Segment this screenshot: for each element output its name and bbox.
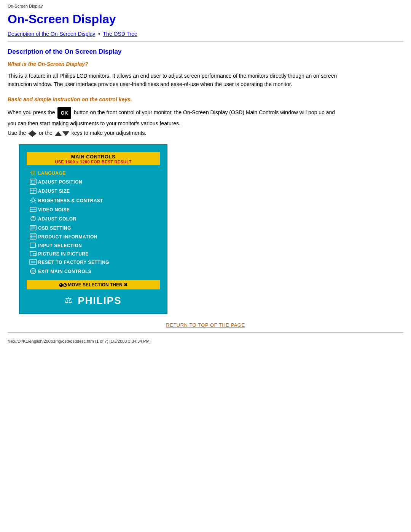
osd-item-product-info: PRODUCT INFORMATION: [27, 233, 160, 241]
svg-point-5: [32, 199, 35, 202]
subtitle-1: What is the On-Screen Display?: [8, 61, 403, 67]
osd-icon-input-selection: [28, 243, 38, 249]
osd-footer: ◕◔ MOVE SELECTION THEN ✖: [27, 280, 160, 289]
svg-line-11: [35, 202, 35, 202]
osd-item-video-noise: VIDEO NOISE: [27, 206, 160, 214]
separator-2: [8, 332, 403, 333]
osd-label-adjust-size: ADJUST SIZE: [38, 189, 70, 194]
svg-rect-18: [31, 226, 35, 229]
separator-1: [8, 42, 403, 42]
osd-brand: ⚖ PHILIPS: [27, 295, 160, 307]
instr-part5: keys to make your adjustments.: [72, 130, 147, 136]
osd-item-reset: RESET TO FACTORY SETTING: [27, 259, 160, 267]
subtitle-2: Basic and simple instruction on the cont…: [8, 96, 403, 102]
osd-icon-language: 㥝: [28, 170, 38, 177]
osd-item-pip: PICTURE IN PICTURE: [27, 250, 160, 258]
instructions-text: When you press the OK button on the fron…: [8, 107, 342, 138]
osd-icon-osd-setting: [28, 225, 38, 232]
osd-label-brightness-contrast: BRIGHTNESS & CONTRAST: [38, 198, 103, 203]
osd-label-language: LANGUAGE: [38, 171, 66, 176]
osd-item-exit: EXIT MAIN CONTROLS: [27, 267, 160, 276]
instr-part4: or the: [39, 130, 53, 136]
osd-icon-adjust-size: [28, 188, 38, 195]
return-to-top-link[interactable]: RETURN TO TOP OF THE PAGE: [8, 322, 403, 328]
osd-item-adjust-color: ADJUST COLOR: [27, 214, 160, 224]
browser-title: On-Screen Display: [8, 4, 403, 8]
osd-label-osd-setting: OSD SETTING: [38, 225, 71, 231]
svg-rect-22: [30, 243, 35, 248]
instr-part1: When you press the: [8, 109, 55, 115]
osd-header-title: MAIN CONTROLS: [27, 154, 160, 160]
philips-shield-icon: ⚖: [65, 296, 72, 305]
osd-icon-exit: [28, 268, 38, 276]
osd-monitor: MAIN CONTROLS USE 1600 x 1200 FOR BEST R…: [19, 144, 167, 314]
osd-item-brightness-contrast: BRIGHTNESS & CONTRAST: [27, 196, 160, 206]
arrow-down-icon: [62, 131, 69, 136]
svg-rect-1: [31, 180, 35, 183]
osd-label-adjust-position: ADJUST POSITION: [38, 179, 82, 185]
section-title: Description of the On Screen Display: [8, 48, 403, 56]
osd-menu-list: 㥝 LANGUAGE ADJUST POSITION ADJUST SIZE B…: [27, 169, 160, 276]
osd-icon-adjust-position: [28, 179, 38, 186]
svg-point-30: [32, 270, 34, 272]
svg-rect-25: [33, 253, 36, 256]
ok-button-icon: OK: [57, 107, 71, 119]
osd-icon-video-noise: [28, 207, 38, 213]
svg-point-29: [30, 268, 36, 274]
philips-logo-text: PHILIPS: [78, 295, 121, 307]
left-right-arrows: [28, 130, 37, 137]
svg-marker-23: [35, 244, 37, 246]
return-link-anchor[interactable]: RETURN TO TOP OF THE PAGE: [166, 322, 245, 328]
osd-footer-text: ◕◔ MOVE SELECTION THEN ✖: [59, 282, 127, 288]
osd-item-osd-setting: OSD SETTING: [27, 224, 160, 232]
arrow-up-icon: [55, 131, 62, 136]
svg-line-13: [31, 202, 31, 202]
osd-label-exit: EXIT MAIN CONTROLS: [38, 269, 91, 274]
footer-path: file:///D|/K1/english/200p3mg/osd/osddes…: [8, 339, 403, 343]
svg-line-10: [31, 198, 31, 198]
nav-link-osd-tree[interactable]: The OSD Tree: [103, 31, 137, 37]
arrow-right-icon: [32, 130, 37, 137]
osd-item-language: 㥝 LANGUAGE: [27, 169, 160, 177]
nav-link-description[interactable]: Description of the On-Screen Display: [8, 31, 95, 37]
osd-label-pip: PICTURE IN PICTURE: [38, 251, 89, 257]
page-title: On-Screen Display: [8, 12, 403, 26]
osd-label-product-info: PRODUCT INFORMATION: [38, 234, 97, 240]
instr-part2: button on the front control of your moni…: [8, 109, 335, 126]
osd-icon-brightness-contrast: [28, 197, 38, 205]
osd-header-sub: USE 1600 x 1200 FOR BEST RESULT: [27, 160, 160, 164]
osd-icon-adjust-color: [28, 215, 38, 223]
osd-label-reset: RESET TO FACTORY SETTING: [38, 260, 109, 265]
osd-icon-pip: [28, 251, 38, 257]
svg-line-12: [35, 198, 35, 198]
osd-label-video-noise: VIDEO NOISE: [38, 207, 70, 212]
description-text: This is a feature in all Philips LCD mon…: [8, 72, 342, 89]
osd-item-adjust-size: ADJUST SIZE: [27, 187, 160, 196]
osd-item-input-selection: INPUT SELECTION: [27, 242, 160, 250]
svg-rect-26: [30, 260, 37, 264]
osd-item-adjust-position: ADJUST POSITION: [27, 178, 160, 187]
instr-part3: Use the: [8, 130, 26, 136]
osd-label-input-selection: INPUT SELECTION: [38, 243, 82, 248]
osd-label-adjust-color: ADJUST COLOR: [38, 216, 76, 222]
osd-icon-reset: [28, 259, 38, 266]
nav-links: Description of the On-Screen Display • T…: [8, 31, 403, 37]
osd-header: MAIN CONTROLS USE 1600 x 1200 FOR BEST R…: [27, 152, 160, 165]
osd-icon-product-info: [28, 233, 38, 241]
up-down-arrows: [55, 131, 69, 136]
